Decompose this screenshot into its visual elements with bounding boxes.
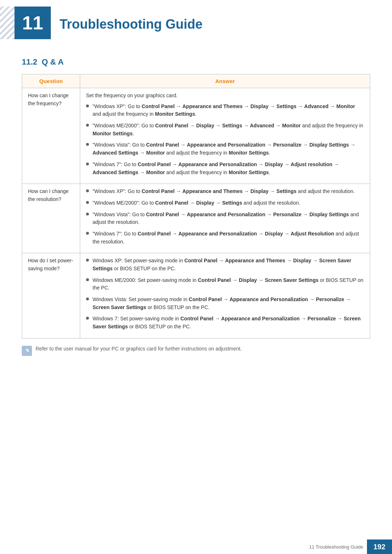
list-item: "Windows ME/2000": Go to Control Panel →…	[86, 199, 364, 207]
header-stripes	[0, 7, 15, 39]
list-item: "Windows Vista": Go to Control Panel → A…	[86, 141, 364, 157]
bullet-list: "Windows XP": Go to Control Panel → Appe…	[86, 103, 364, 177]
chapter-number-block: 11	[15, 7, 51, 39]
question-cell: How can I change the frequency?	[22, 88, 80, 184]
bullet-dot	[86, 163, 89, 165]
question-cell: How can I change the resolution?	[22, 184, 80, 253]
list-item: "Windows 7": Go to Control Panel → Appea…	[86, 161, 364, 176]
bullet-text: Windows XP: Set power-saving mode in Con…	[93, 257, 364, 272]
bullet-text: "Windows XP": Go to Control Panel → Appe…	[93, 103, 364, 118]
bullet-dot	[86, 278, 89, 281]
page-header: 11 Troubleshooting Guide	[0, 0, 392, 39]
bullet-list: "Windows XP": Go to Control Panel → Appe…	[86, 188, 364, 246]
bullet-text: "Windows 7": Go to Control Panel → Appea…	[93, 161, 364, 176]
bullet-dot	[86, 124, 89, 127]
answer-cell: Set the frequency on your graphics card.…	[80, 88, 370, 184]
section-name: Q & A	[42, 57, 64, 66]
bullet-dot	[86, 259, 89, 262]
chapter-number: 11	[22, 13, 43, 32]
bullet-text: "Windows 7": Go to Control Panel → Appea…	[93, 230, 364, 246]
section-title: 11.2 Q & A	[22, 57, 370, 67]
table-row: How do I set power-saving mode?Windows X…	[22, 253, 370, 338]
note-icon: ✎	[22, 346, 32, 356]
bullet-text: "Windows ME/2000": Go to Control Panel →…	[93, 122, 364, 138]
table-row: How can I change the resolution?"Windows…	[22, 184, 370, 253]
list-item: "Windows ME/2000": Go to Control Panel →…	[86, 122, 364, 138]
list-item: Windows ME/2000: Set power-saving mode i…	[86, 276, 364, 292]
list-item: "Windows 7": Go to Control Panel → Appea…	[86, 230, 364, 246]
list-item: Windows 7: Set power-saving mode in Cont…	[86, 315, 364, 331]
bullet-text: Windows 7: Set power-saving mode in Cont…	[93, 315, 364, 331]
bullet-dot	[86, 232, 89, 235]
bullet-text: "Windows Vista": Go to Control Panel → A…	[93, 211, 364, 226]
list-item: Windows XP: Set power-saving mode in Con…	[86, 257, 364, 272]
list-item: "Windows XP": Go to Control Panel → Appe…	[86, 103, 364, 118]
question-cell: How do I set power-saving mode?	[22, 253, 80, 338]
bullet-dot	[86, 317, 89, 320]
bullet-dot	[86, 213, 89, 216]
list-item: "Windows Vista": Go to Control Panel → A…	[86, 211, 364, 226]
list-item: Windows Vista: Set power-saving mode in …	[86, 296, 364, 311]
footer-chapter-label: 11 Troubleshooting Guide	[309, 544, 367, 550]
bullet-dot	[86, 201, 89, 204]
table-row: How can I change the frequency?Set the f…	[22, 88, 370, 184]
page-footer: 11 Troubleshooting Guide 192	[0, 539, 392, 554]
section-number: 11.2	[22, 57, 37, 66]
col-answer: Answer	[80, 74, 370, 88]
answer-intro: Set the frequency on your graphics card.	[86, 92, 364, 100]
bullet-dot	[86, 189, 89, 192]
chapter-title: Troubleshooting Guide	[51, 7, 203, 32]
answer-cell: "Windows XP": Go to Control Panel → Appe…	[80, 184, 370, 253]
bullet-dot	[86, 104, 89, 107]
qa-table: Question Answer How can I change the fre…	[22, 74, 370, 338]
bullet-list: Windows XP: Set power-saving mode in Con…	[86, 257, 364, 331]
bullet-text: "Windows XP": Go to Control Panel → Appe…	[93, 188, 364, 196]
list-item: "Windows XP": Go to Control Panel → Appe…	[86, 188, 364, 196]
bullet-text: Windows ME/2000: Set power-saving mode i…	[93, 276, 364, 292]
note-text: Refer to the user manual for your PC or …	[36, 345, 242, 353]
bullet-dot	[86, 143, 89, 146]
answer-cell: Windows XP: Set power-saving mode in Con…	[80, 253, 370, 338]
bullet-text: Windows Vista: Set power-saving mode in …	[93, 296, 364, 311]
footer-page-number: 192	[367, 539, 392, 554]
col-question: Question	[22, 74, 80, 88]
note-section: ✎ Refer to the user manual for your PC o…	[22, 345, 370, 356]
bullet-text: "Windows ME/2000": Go to Control Panel →…	[93, 199, 364, 207]
bullet-dot	[86, 297, 89, 300]
bullet-text: "Windows Vista": Go to Control Panel → A…	[93, 141, 364, 157]
